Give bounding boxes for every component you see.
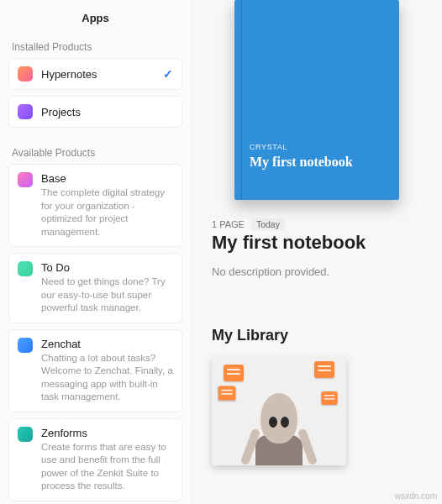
- note-icon: [218, 386, 235, 401]
- product-name: Hypernotes: [41, 68, 155, 81]
- available-item-zenforms[interactable]: Zenforms Create forms that are easy to u…: [8, 418, 182, 501]
- library-item-thumbnail[interactable]: [212, 356, 346, 465]
- zenchat-icon: [18, 338, 33, 353]
- product-description: Chatting a lot about tasks? Welcome to Z…: [41, 352, 173, 404]
- product-name: To Do: [41, 261, 173, 274]
- available-products-list: Base The complete digital strategy for y…: [0, 164, 191, 504]
- installed-item-projects[interactable]: Projects: [8, 96, 182, 128]
- notebook-title[interactable]: My first notebook: [212, 232, 422, 254]
- note-icon: [321, 391, 337, 405]
- base-icon: [18, 172, 33, 187]
- available-item-base[interactable]: Base The complete digital strategy for y…: [8, 164, 182, 247]
- cover-author: CRYSTAL: [250, 143, 384, 151]
- notebook-meta: 1 PAGE Today: [212, 218, 422, 230]
- library-heading: My Library: [212, 327, 422, 344]
- product-name: Projects: [41, 106, 173, 118]
- product-description: Create forms that are easy to use and be…: [41, 441, 173, 493]
- available-products-label: Available Products: [0, 140, 191, 164]
- product-name: Base: [41, 172, 173, 185]
- installed-item-hypernotes[interactable]: Hypernotes ✓: [8, 58, 182, 90]
- check-icon: ✓: [163, 67, 173, 81]
- zenforms-icon: [18, 427, 33, 442]
- notebook-description[interactable]: No description provided.: [212, 265, 422, 278]
- product-description: The complete digital strategy for your o…: [41, 186, 173, 239]
- main-panel: CRYSTAL My first notebook 1 PAGE Today M…: [192, 0, 442, 504]
- todo-icon: [18, 261, 33, 276]
- cover-title: My first notebook: [250, 155, 384, 170]
- product-description: Need to get things done? Try our easy-to…: [41, 276, 173, 315]
- installed-products-list: Hypernotes ✓ Projects: [0, 58, 191, 140]
- notebook-cover[interactable]: CRYSTAL My first notebook: [234, 0, 399, 200]
- note-icon: [314, 361, 334, 378]
- date-badge: Today: [251, 218, 285, 230]
- watermark: wsxdn.com: [395, 491, 437, 501]
- available-item-todo[interactable]: To Do Need to get things done? Try our e…: [8, 253, 182, 323]
- projects-icon: [18, 104, 33, 119]
- hypernotes-icon: [18, 66, 33, 81]
- product-name: Zenchat: [41, 338, 173, 350]
- note-icon: [224, 365, 244, 381]
- sidebar-title: Apps: [0, 0, 191, 34]
- page-count: 1 PAGE: [212, 219, 245, 229]
- available-item-zenchat[interactable]: Zenchat Chatting a lot about tasks? Welc…: [8, 329, 182, 412]
- installed-products-label: Installed Products: [0, 34, 191, 58]
- apps-sidebar: Apps Installed Products Hypernotes ✓ Pro…: [0, 0, 192, 504]
- product-name: Zenforms: [41, 427, 173, 439]
- alien-illustration: [250, 386, 308, 465]
